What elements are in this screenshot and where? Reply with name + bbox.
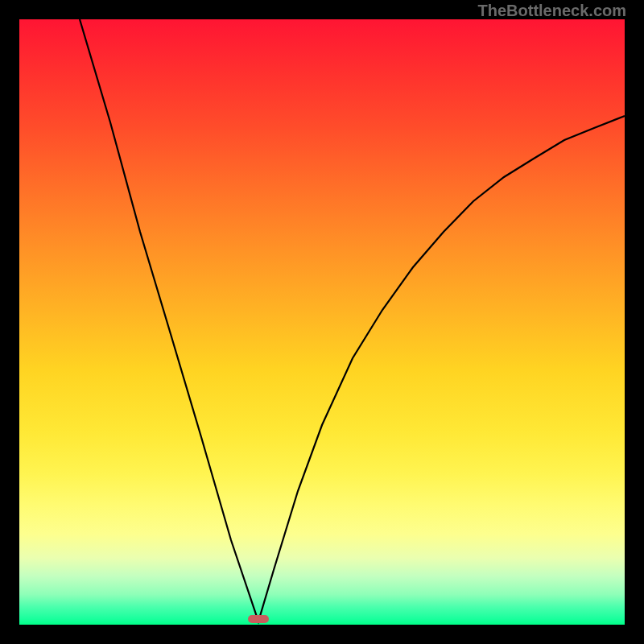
chart-curve-svg	[19, 19, 625, 625]
chart-curve-path	[80, 19, 625, 621]
chart-plot-area	[19, 19, 625, 625]
chart-minimum-marker	[248, 615, 269, 623]
watermark-text: TheBottleneck.com	[478, 2, 626, 20]
